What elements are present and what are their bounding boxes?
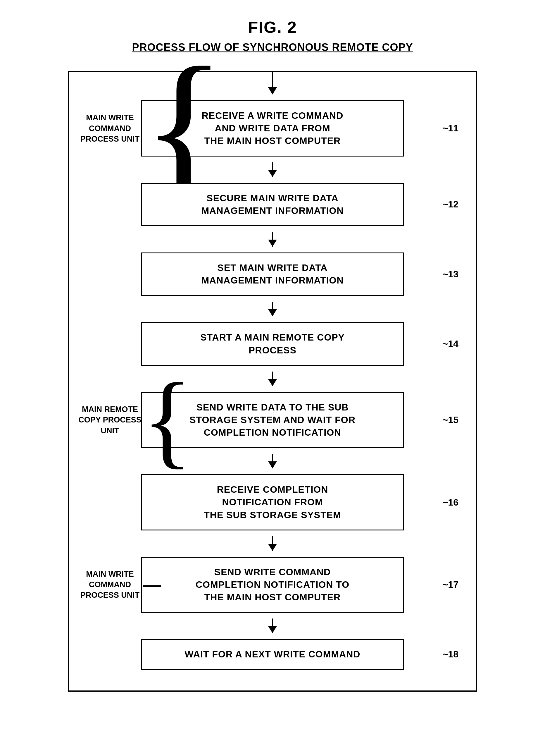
label-main-write-cmd-top: MAIN WRITE COMMAND PROCESS UNIT [78,112,142,144]
step-11-row: MAIN WRITE COMMAND PROCESS UNIT { RECEIV… [69,95,476,162]
label-main-remote-copy: MAIN REMOTE COPY PROCESS UNIT [78,404,142,436]
step-number-11: ~11 [443,123,458,134]
step-number-15: ~15 [443,415,458,425]
step-14-row: START A MAIN REMOTE COPY PROCESS ~14 [69,316,476,371]
step-16-row: RECEIVE COMPLETION NOTIFICATION FROM THE… [69,468,476,536]
step-13-row: SET MAIN WRITE DATA MANAGEMENT INFORMATI… [69,247,476,302]
step-15-row: MAIN REMOTE COPY PROCESS UNIT { SEND WRI… [69,386,476,454]
diagram-container: MAIN WRITE COMMAND PROCESS UNIT { RECEIV… [12,71,533,692]
step-number-16: ~16 [443,497,458,508]
step-12-row: SECURE MAIN WRITE DATA MANAGEMENT INFORM… [69,177,476,232]
step-17-row: MAIN WRITE COMMAND PROCESS UNIT — SEND W… [69,551,476,619]
flow-box-18: WAIT FOR A NEXT WRITE COMMAND [141,639,404,670]
flow-box-16: RECEIVE COMPLETION NOTIFICATION FROM THE… [141,474,404,530]
flow-box-17: SEND WRITE COMMAND COMPLETION NOTIFICATI… [141,557,404,613]
step-number-13: ~13 [443,269,458,280]
label-main-write-cmd-bottom: MAIN WRITE COMMAND PROCESS UNIT [78,569,142,601]
flow-box-12: SECURE MAIN WRITE DATA MANAGEMENT INFORM… [141,183,404,226]
step-number-17: ~17 [443,579,458,590]
figure-title: FIG. 2 [248,18,297,37]
flow-box-14: START A MAIN REMOTE COPY PROCESS [141,322,404,365]
step-18-row: WAIT FOR A NEXT WRITE COMMAND ~18 [69,633,476,676]
flow-box-13: SET MAIN WRITE DATA MANAGEMENT INFORMATI… [141,252,404,296]
step-number-18: ~18 [443,649,458,660]
step-number-12: ~12 [443,199,458,210]
step-number-14: ~14 [443,339,458,349]
